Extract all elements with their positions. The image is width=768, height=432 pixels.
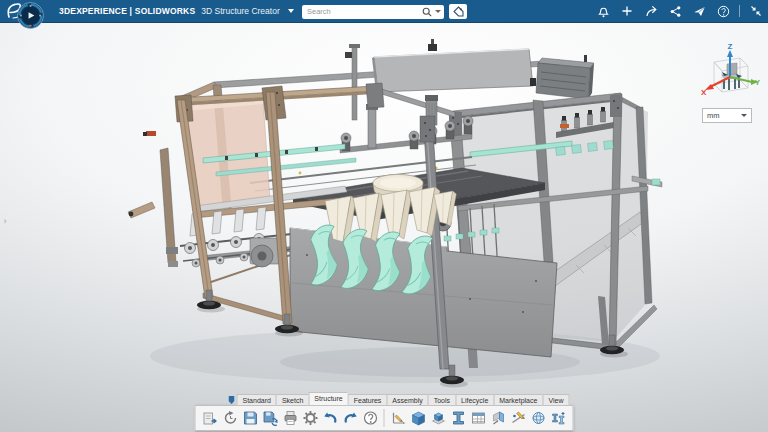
member-pattern-button[interactable] <box>549 408 568 428</box>
undo-button[interactable] <box>321 408 340 428</box>
tab-standard[interactable]: Standard <box>237 394 276 406</box>
settings-button[interactable] <box>301 408 320 428</box>
cut-list-table-icon <box>470 410 486 426</box>
share-tool-button[interactable] <box>201 408 220 428</box>
jet-icon <box>693 5 706 18</box>
share-network-button[interactable] <box>667 3 683 19</box>
units-value: mm <box>707 111 720 120</box>
triad-x-label: X <box>701 88 707 97</box>
extrude-button[interactable] <box>429 408 448 428</box>
save-icon <box>242 410 258 426</box>
compass-widget[interactable] <box>16 1 45 30</box>
orientation-triad[interactable]: Z Y X <box>696 44 762 106</box>
cut-list-button[interactable] <box>469 408 488 428</box>
toolbar-pin-icon[interactable] <box>229 396 235 404</box>
primitive-cube-button[interactable] <box>409 408 428 428</box>
undo-icon <box>322 410 338 426</box>
app-switcher-chevron-icon[interactable] <box>288 9 294 13</box>
end-cap-icon <box>490 410 506 426</box>
trim-member-icon <box>510 410 526 426</box>
extrude-icon <box>430 410 446 426</box>
toolbar-help-button[interactable] <box>361 408 380 428</box>
tab-view[interactable]: View <box>542 394 569 406</box>
bell-icon <box>597 5 610 18</box>
notifications-button[interactable] <box>595 3 611 19</box>
save-options-button[interactable] <box>261 408 280 428</box>
tab-assembly[interactable]: Assembly <box>386 394 427 406</box>
structure-member-icon <box>450 410 466 426</box>
help-icon <box>362 410 378 426</box>
print-icon <box>282 410 298 426</box>
app-title[interactable]: 3D Structure Creator <box>201 6 279 16</box>
tag-button[interactable] <box>449 4 467 19</box>
tab-lifecycle[interactable]: Lifecycle <box>455 394 493 406</box>
search-options-chevron-icon[interactable] <box>435 10 441 13</box>
save-options-icon <box>262 410 278 426</box>
units-chevron-icon <box>741 114 747 117</box>
search-icon[interactable] <box>422 7 432 17</box>
top-bar: 3DEXPERIENCE | SOLIDWORKS 3D Structure C… <box>0 0 768 23</box>
tab-sketch[interactable]: Sketch <box>276 394 308 406</box>
member-pattern-icon <box>550 410 566 426</box>
collapse-icon <box>750 5 762 17</box>
tab-structure[interactable]: Structure <box>308 392 347 406</box>
add-content-button[interactable] <box>619 3 635 19</box>
units-dropdown[interactable]: mm <box>702 108 752 123</box>
share-button[interactable] <box>643 3 659 19</box>
tab-tools[interactable]: Tools <box>428 394 455 406</box>
reload-icon <box>222 410 238 426</box>
trim-member-button[interactable] <box>509 408 528 428</box>
primitive-cube-icon <box>410 410 426 426</box>
apps-button[interactable] <box>691 3 707 19</box>
redo-button[interactable] <box>341 408 360 428</box>
header-separator <box>739 5 740 17</box>
tag-icon <box>453 6 464 17</box>
tab-features[interactable]: Features <box>348 394 387 406</box>
sphere-button[interactable] <box>529 408 548 428</box>
toolbar-separator <box>384 409 385 427</box>
share-arrow-icon <box>645 5 658 18</box>
help-icon <box>717 5 730 18</box>
action-bar-tabs: Standard Sketch Structure Features Assem… <box>229 392 574 406</box>
action-bar: Standard Sketch Structure Features Assem… <box>195 392 574 431</box>
action-bar-strip <box>195 405 574 431</box>
triad-y-label: Y <box>755 78 761 87</box>
structure-member-button[interactable] <box>449 408 468 428</box>
settings-gear-icon <box>302 410 318 426</box>
search-input[interactable] <box>305 6 422 17</box>
plus-icon <box>621 5 633 17</box>
graphics-viewport[interactable]: › Z Y X mm <box>0 22 768 432</box>
share-nodes-icon <box>669 5 682 18</box>
panel-expander[interactable]: › <box>0 210 10 232</box>
brand-label: 3DEXPERIENCE | SOLIDWORKS <box>59 6 195 16</box>
print-button[interactable] <box>281 408 300 428</box>
share-icon <box>202 410 218 426</box>
reload-button[interactable] <box>221 408 240 428</box>
3d-sketch-button[interactable] <box>389 408 408 428</box>
triad-z-label: Z <box>728 44 733 51</box>
sphere-icon <box>530 410 546 426</box>
end-cap-button[interactable] <box>489 408 508 428</box>
tab-marketplace[interactable]: Marketplace <box>493 394 542 406</box>
3d-sketch-icon <box>390 410 406 426</box>
machine-model[interactable] <box>0 22 768 432</box>
save-button[interactable] <box>241 408 260 428</box>
help-button[interactable] <box>715 3 731 19</box>
redo-icon <box>342 410 358 426</box>
search-box[interactable] <box>302 5 444 19</box>
collapse-button[interactable] <box>748 3 764 19</box>
